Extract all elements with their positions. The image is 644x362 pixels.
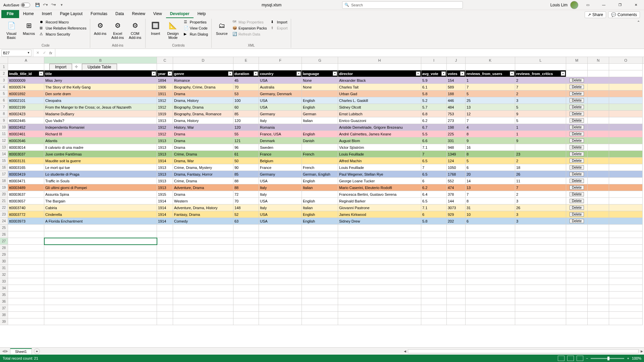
tab-review[interactable]: Review [128, 10, 149, 18]
cell[interactable] [233, 305, 259, 312]
cell-year[interactable]: 1906 [157, 84, 173, 90]
cell[interactable] [338, 258, 421, 265]
cell[interactable] [259, 251, 302, 258]
row-header[interactable]: 14 [0, 151, 8, 158]
cell-avgvote[interactable]: 5.8 [421, 90, 447, 97]
cell-genre[interactable]: Fantasy, Drama [173, 211, 233, 218]
cell-votes[interactable]: 589 [447, 84, 466, 90]
cell-year[interactable]: 1912 [157, 104, 173, 111]
cell[interactable] [173, 265, 233, 272]
cell-id[interactable]: tt0003471 [8, 178, 44, 184]
delete-button[interactable]: Delete [570, 145, 584, 149]
delete-button[interactable]: Delete [570, 85, 584, 89]
cell[interactable] [566, 278, 588, 285]
cell[interactable] [609, 238, 643, 245]
cell-duration[interactable]: 53 [233, 90, 259, 97]
cell[interactable] [259, 305, 302, 312]
cell-votes[interactable]: 1050 [447, 164, 466, 171]
cell-id[interactable]: tt0003772 [8, 211, 44, 218]
cell[interactable] [338, 272, 421, 278]
cell[interactable] [302, 225, 338, 231]
cell-delete[interactable]: Delete [566, 77, 588, 84]
cell[interactable] [588, 64, 609, 70]
cell-director[interactable]: Sidney Olcott [338, 104, 421, 111]
col-header-g[interactable]: G [302, 57, 338, 63]
cell-title[interactable]: Assunta Spina [44, 191, 157, 198]
cell[interactable] [588, 77, 609, 84]
cell-rfc[interactable]: 7 [515, 84, 566, 90]
cell[interactable] [566, 64, 588, 70]
cell[interactable] [233, 238, 259, 245]
cell[interactable] [338, 251, 421, 258]
enter-formula-icon[interactable]: ✓ [41, 51, 47, 55]
cell-avgvote[interactable]: 6.4 [421, 191, 447, 198]
cell[interactable] [8, 245, 44, 251]
delete-button[interactable]: Delete [570, 92, 584, 96]
cell-country[interactable]: Italy [259, 117, 302, 124]
cell[interactable] [44, 225, 157, 231]
row-header[interactable]: 17 [0, 171, 8, 178]
cell-genre[interactable]: Drama, History [173, 97, 233, 104]
cell[interactable] [8, 285, 44, 292]
col-header-j[interactable]: J [447, 57, 466, 63]
map-props-button[interactable]: 🗺Map Properties [231, 19, 268, 25]
cell[interactable] [588, 292, 609, 298]
cell-country[interactable]: France [259, 151, 302, 158]
cell[interactable] [566, 292, 588, 298]
cell[interactable] [233, 292, 259, 298]
cell[interactable] [44, 231, 157, 238]
cell-votes[interactable]: 446 [447, 97, 466, 104]
cell-country[interactable]: USA [259, 97, 302, 104]
row-header[interactable]: 1 [0, 64, 8, 70]
cell-rfu[interactable]: 6 [466, 164, 515, 171]
zoom-slider[interactable] [591, 358, 624, 359]
cell[interactable] [588, 298, 609, 305]
cell-delete[interactable]: Delete [566, 117, 588, 124]
cell[interactable] [609, 164, 643, 171]
cell-id[interactable]: tt0003637 [8, 191, 44, 198]
cell[interactable] [566, 231, 588, 238]
th-rfc[interactable]: reviews_from_critics▼ [515, 70, 566, 77]
cell-year[interactable]: 1912 [157, 97, 173, 104]
cell[interactable] [233, 231, 259, 238]
th-title[interactable]: title▼ [44, 70, 157, 77]
cell[interactable] [8, 318, 44, 325]
cell-country[interactable]: Belgium [259, 158, 302, 164]
row-header[interactable]: 23 [0, 211, 8, 218]
cell[interactable] [466, 305, 515, 312]
cell[interactable] [466, 238, 515, 245]
import-button[interactable]: Import [49, 64, 72, 70]
cell-rfc[interactable]: 2 [515, 158, 566, 164]
autosave-toggle[interactable]: AutoSave [1, 3, 32, 7]
cell-delete[interactable]: Delete [566, 184, 588, 191]
cell[interactable] [173, 245, 233, 251]
cell[interactable] [466, 312, 515, 318]
cell[interactable] [588, 265, 609, 272]
maximize-icon[interactable]: ❐ [613, 0, 627, 10]
tab-view[interactable]: View [149, 10, 166, 18]
cell-rfu[interactable]: 1 [466, 77, 515, 84]
filter-icon[interactable]: ▼ [333, 71, 337, 76]
cell-year[interactable]: 1913 [157, 117, 173, 124]
cell[interactable] [259, 245, 302, 251]
update-table-button[interactable]: Update Table [82, 64, 117, 70]
cell-title[interactable]: Miss Jerry [44, 77, 157, 84]
cell[interactable] [338, 225, 421, 231]
cell-year[interactable]: 1914 [157, 198, 173, 204]
cell[interactable]: Import ✢ Update Table [44, 64, 157, 70]
zoom-in-icon[interactable]: + [627, 356, 629, 360]
cell[interactable] [421, 265, 447, 272]
cell-rfc[interactable]: 3 [515, 211, 566, 218]
cell-votes[interactable]: 154 [447, 77, 466, 84]
delete-button[interactable]: Delete [570, 78, 584, 82]
cell-genre[interactable]: Drama, History [173, 117, 233, 124]
cell-genre[interactable]: Drama [173, 131, 233, 137]
cell-year[interactable]: 1894 [157, 77, 173, 84]
delete-button[interactable]: Delete [570, 179, 584, 183]
cell[interactable] [259, 64, 302, 70]
filter-icon[interactable]: ▼ [39, 71, 43, 76]
cell-avgvote[interactable]: 7 [421, 151, 447, 158]
cell[interactable] [447, 64, 466, 70]
cell[interactable] [338, 292, 421, 298]
cell[interactable] [609, 251, 643, 258]
